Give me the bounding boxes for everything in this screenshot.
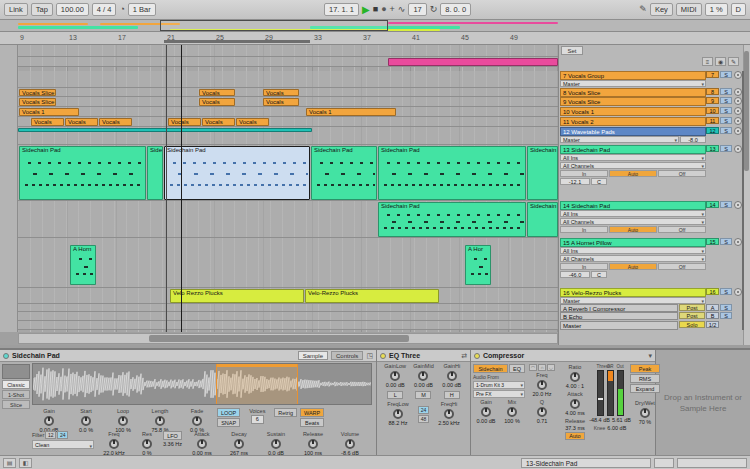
loop-start-field[interactable]: 17 (408, 3, 426, 16)
audio-clip[interactable]: Sidechain Pa (527, 146, 558, 200)
midi-clip[interactable]: Sidechain Pad (378, 202, 526, 237)
monitor-auto-button[interactable]: Auto (609, 263, 657, 270)
gain-mid-control[interactable]: GainMid0.00 dB (409, 363, 437, 389)
clip-activator-led[interactable] (3, 353, 9, 359)
filter-freq-control[interactable]: Freq22.0 kHz (97, 431, 131, 457)
monitor-auto-button[interactable]: Auto (609, 226, 657, 233)
monitor-in-button[interactable]: In (560, 226, 608, 233)
audio-clip[interactable]: Vocals (65, 118, 98, 126)
sidechain-mix-control[interactable]: Mix100 % (499, 399, 525, 425)
audio-clip[interactable] (18, 128, 312, 132)
pre-post-toggle[interactable]: Post (679, 304, 705, 311)
loop-switch-icon[interactable]: ↻ (430, 3, 438, 16)
eq-three-activator-led[interactable] (380, 353, 386, 359)
arm-button[interactable] (734, 97, 742, 105)
solo-button[interactable]: S (720, 107, 732, 114)
drywet-knob[interactable] (640, 408, 650, 418)
sc-q-control[interactable]: Q0.71 (527, 399, 557, 425)
solo-button[interactable]: S (720, 88, 732, 95)
ratio-control[interactable]: Ratio4.00 : 1 (559, 364, 591, 390)
waveform-display[interactable] (32, 363, 372, 405)
gain-hi-control[interactable]: GainHi0.00 dB (438, 363, 466, 389)
arrangement-lane[interactable] (18, 57, 558, 67)
filter-type-highpass-icon[interactable]: ◡ (547, 364, 555, 371)
arrangement-lane[interactable] (18, 45, 558, 57)
arm-button[interactable] (734, 88, 742, 96)
fade-knob[interactable] (192, 416, 202, 426)
ruler-tick[interactable]: 41 (412, 34, 420, 41)
arrangement-lane[interactable]: VocalsVocalsVocalsVocalsVocalsVocals (18, 117, 558, 127)
filter-slope-24-button[interactable]: 24 (57, 431, 68, 439)
arm-button[interactable] (734, 71, 742, 79)
band-low-button[interactable]: L (387, 391, 403, 399)
device-drop-area[interactable]: Drop an Instrument or Sample Here (656, 350, 750, 455)
release-control[interactable]: Release37.3 msAuto (559, 418, 591, 440)
filter-type-bandpass-icon[interactable]: ∩ (538, 364, 546, 371)
decay-knob[interactable] (234, 439, 244, 449)
midi-clip[interactable]: A Horn (70, 245, 96, 285)
filter-res-knob[interactable] (142, 439, 152, 449)
output-routing-dropdown[interactable]: Master▾ (560, 297, 706, 304)
sc-gain-knob[interactable] (481, 407, 491, 417)
overview-viewport[interactable] (160, 20, 388, 31)
voices-control[interactable]: Voices 6 (243, 408, 271, 424)
freq-low-control[interactable]: FreqLow88.2 Hz (384, 401, 412, 427)
tap-tempo-button[interactable]: Tap (31, 3, 53, 16)
slope-48-button[interactable]: 48 (418, 415, 429, 423)
vertical-scroll-thumb[interactable] (744, 51, 749, 171)
drywet-control[interactable]: Dry/Wet 70 % (629, 400, 661, 426)
track-lanes[interactable]: Vocals SliceVocalsVocalsVocals SliceVoca… (18, 45, 558, 332)
release-knob[interactable] (308, 439, 318, 449)
selected-device-indicator[interactable]: 13-Sidechain Pad (521, 458, 651, 468)
lfo-button[interactable]: LFO (163, 431, 182, 440)
auto-release-button[interactable]: Auto (565, 432, 584, 440)
attack-control[interactable]: Attack4.00 ms (559, 391, 591, 417)
audio-clip[interactable]: Velo Rezzo Plucks (170, 289, 304, 303)
env-decay-control[interactable]: Decay267 ms (222, 431, 256, 457)
pre-post-toggle[interactable]: Post (679, 312, 705, 319)
loop-region-selection[interactable] (216, 364, 299, 404)
solo-button[interactable]: S (720, 312, 732, 319)
arm-button[interactable] (734, 117, 742, 125)
filter-type-dropdown[interactable]: Clean▾ (32, 440, 94, 449)
gain-knob[interactable] (44, 416, 54, 426)
arrangement-lane[interactable]: Vocals 1Vocals 1 (18, 107, 558, 117)
solo-button[interactable]: S (720, 288, 732, 295)
gainmid-knob[interactable] (418, 371, 428, 381)
ruler-tick[interactable]: 21 (167, 34, 175, 41)
voices-value[interactable]: 6 (251, 415, 264, 424)
sc-q-knob[interactable] (537, 407, 547, 417)
freqlow-knob[interactable] (393, 409, 403, 419)
tempo-field[interactable]: 100.00 (56, 3, 89, 16)
audio-clip[interactable]: Vocals 1 (19, 108, 79, 116)
thresh-value[interactable]: -48.4 dB (589, 417, 610, 424)
track-header[interactable]: 15 A Hornet Pillow (560, 238, 706, 247)
filter-slope-12-button[interactable]: 12 (45, 431, 56, 439)
set-locator-button[interactable]: Set (561, 46, 583, 55)
device-view-selector-icon[interactable]: ◧ (19, 458, 32, 468)
track-header[interactable]: 14 Sidechain Pad (560, 201, 706, 210)
volume-value[interactable]: -8.0 (680, 136, 706, 143)
arm-button[interactable] (734, 127, 742, 135)
threshold-slider[interactable] (597, 370, 604, 416)
freqhi-knob[interactable] (444, 409, 454, 419)
play-button[interactable]: ▶ (362, 3, 370, 16)
audio-clip[interactable]: Vocals (31, 118, 64, 126)
arrangement-position-display[interactable]: 17. 1. 1 (324, 3, 359, 16)
ruler-tick[interactable]: 33 (314, 34, 322, 41)
monitor-off-button[interactable]: Off (658, 226, 706, 233)
pan-value[interactable]: C (591, 178, 607, 185)
arm-button[interactable] (734, 288, 742, 296)
track-header[interactable]: 7 Vocals Group (560, 71, 706, 80)
track-header[interactable]: 8 Vocals Slice (560, 88, 706, 97)
ratio-knob[interactable] (570, 372, 580, 382)
audio-clip[interactable]: Vocals (99, 118, 132, 126)
env-release-control[interactable]: Release100 ms (296, 431, 330, 457)
start-knob[interactable] (81, 416, 91, 426)
audio-clip[interactable]: Vocals (236, 118, 269, 126)
track-header[interactable]: A Reverb | Compressor (560, 304, 678, 312)
metronome-icon[interactable]: ◔ (119, 3, 124, 16)
automation-section-toggle-icon[interactable]: ✎ (728, 57, 739, 66)
gainhi-knob[interactable] (447, 371, 457, 381)
filter-freq-knob[interactable] (109, 439, 119, 449)
